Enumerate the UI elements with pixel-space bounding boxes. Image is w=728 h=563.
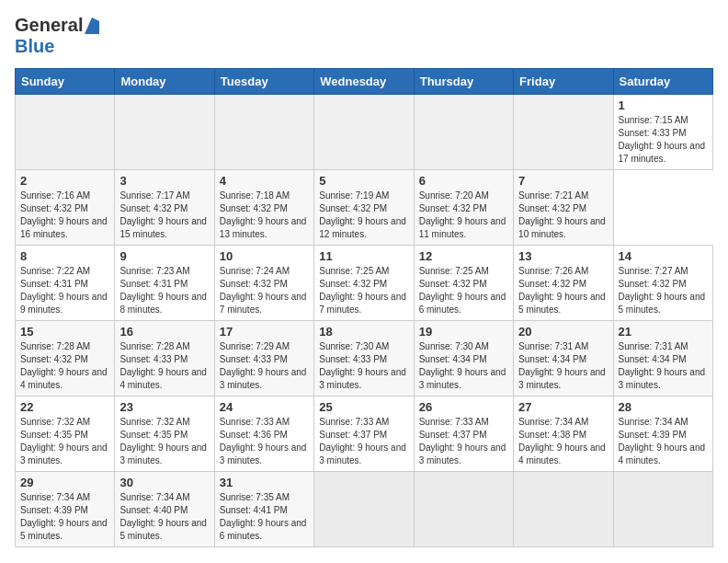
day-info: Sunrise: 7:23 AMSunset: 4:31 PMDaylight:… — [119, 265, 209, 316]
calendar-week-2: 2Sunrise: 7:16 AMSunset: 4:32 PMDaylight… — [16, 170, 713, 246]
day-info: Sunrise: 7:32 AMSunset: 4:35 PMDaylight:… — [20, 416, 109, 467]
calendar-day-10: 10Sunrise: 7:24 AMSunset: 4:32 PMDayligh… — [214, 246, 313, 321]
day-number: 31 — [220, 476, 309, 489]
day-number: 26 — [419, 400, 508, 414]
calendar-day-6: 6Sunrise: 7:20 AMSunset: 4:32 PMDaylight… — [414, 170, 513, 246]
day-number: 2 — [20, 174, 109, 188]
day-number: 22 — [20, 400, 109, 414]
calendar-week-4: 15Sunrise: 7:28 AMSunset: 4:32 PMDayligh… — [16, 321, 713, 396]
calendar-day-9: 9Sunrise: 7:23 AMSunset: 4:31 PMDaylight… — [115, 246, 214, 321]
day-number: 3 — [119, 174, 209, 188]
day-info: Sunrise: 7:20 AMSunset: 4:32 PMDaylight:… — [419, 190, 508, 241]
calendar-dow-thursday: Thursday — [414, 69, 513, 95]
day-info: Sunrise: 7:31 AMSunset: 4:34 PMDaylight:… — [518, 340, 608, 392]
day-info: Sunrise: 7:33 AMSunset: 4:37 PMDaylight:… — [319, 416, 408, 467]
day-number: 5 — [319, 174, 408, 188]
day-number: 1 — [619, 98, 708, 112]
day-info: Sunrise: 7:25 AMSunset: 4:32 PMDaylight:… — [319, 265, 408, 316]
day-info: Sunrise: 7:31 AMSunset: 4:34 PMDaylight:… — [619, 340, 708, 392]
calendar-day-26: 26Sunrise: 7:33 AMSunset: 4:37 PMDayligh… — [414, 396, 513, 472]
day-info: Sunrise: 7:17 AMSunset: 4:32 PMDaylight:… — [119, 190, 209, 241]
day-info: Sunrise: 7:22 AMSunset: 4:31 PMDaylight:… — [20, 265, 109, 316]
calendar-empty — [414, 95, 513, 170]
calendar-week-5: 22Sunrise: 7:32 AMSunset: 4:35 PMDayligh… — [16, 396, 713, 472]
day-number: 15 — [20, 325, 109, 339]
calendar-day-23: 23Sunrise: 7:32 AMSunset: 4:35 PMDayligh… — [115, 396, 214, 472]
calendar-day-27: 27Sunrise: 7:34 AMSunset: 4:38 PMDayligh… — [514, 396, 613, 472]
calendar-day-7: 7Sunrise: 7:21 AMSunset: 4:32 PMDaylight… — [514, 170, 613, 246]
day-number: 6 — [419, 174, 508, 188]
calendar-day-30: 30Sunrise: 7:34 AMSunset: 4:40 PMDayligh… — [115, 472, 214, 547]
day-number: 30 — [119, 476, 209, 489]
day-info: Sunrise: 7:28 AMSunset: 4:33 PMDaylight:… — [119, 340, 209, 392]
calendar-empty — [314, 95, 414, 170]
day-info: Sunrise: 7:33 AMSunset: 4:37 PMDaylight:… — [419, 416, 508, 467]
day-number: 13 — [518, 249, 608, 263]
day-info: Sunrise: 7:33 AMSunset: 4:36 PMDaylight:… — [220, 416, 309, 467]
calendar-dow-friday: Friday — [514, 69, 613, 95]
day-info: Sunrise: 7:24 AMSunset: 4:32 PMDaylight:… — [220, 265, 309, 316]
calendar-day-15: 15Sunrise: 7:28 AMSunset: 4:32 PMDayligh… — [16, 321, 115, 396]
day-info: Sunrise: 7:18 AMSunset: 4:32 PMDaylight:… — [220, 190, 309, 241]
day-info: Sunrise: 7:21 AMSunset: 4:32 PMDaylight:… — [518, 190, 608, 241]
day-info: Sunrise: 7:26 AMSunset: 4:32 PMDaylight:… — [518, 265, 608, 316]
day-info: Sunrise: 7:34 AMSunset: 4:40 PMDaylight:… — [119, 491, 209, 543]
calendar-empty — [314, 472, 414, 547]
calendar-week-1: 1Sunrise: 7:15 AMSunset: 4:33 PMDaylight… — [16, 95, 713, 170]
day-number: 14 — [619, 249, 708, 263]
calendar-table: SundayMondayTuesdayWednesdayThursdayFrid… — [15, 68, 713, 547]
calendar-day-25: 25Sunrise: 7:33 AMSunset: 4:37 PMDayligh… — [314, 396, 414, 472]
calendar-day-22: 22Sunrise: 7:32 AMSunset: 4:35 PMDayligh… — [16, 396, 115, 472]
calendar-dow-monday: Monday — [115, 69, 214, 95]
day-number: 18 — [319, 325, 408, 339]
day-info: Sunrise: 7:34 AMSunset: 4:39 PMDaylight:… — [20, 491, 109, 543]
calendar-day-1: 1Sunrise: 7:15 AMSunset: 4:33 PMDaylight… — [613, 95, 712, 170]
calendar-dow-wednesday: Wednesday — [314, 69, 414, 95]
calendar-day-8: 8Sunrise: 7:22 AMSunset: 4:31 PMDaylight… — [16, 246, 115, 321]
calendar-day-16: 16Sunrise: 7:28 AMSunset: 4:33 PMDayligh… — [115, 321, 214, 396]
day-number: 24 — [220, 400, 309, 414]
calendar-dow-saturday: Saturday — [613, 69, 712, 95]
day-number: 29 — [20, 476, 109, 489]
day-number: 16 — [119, 325, 209, 339]
calendar-day-29: 29Sunrise: 7:34 AMSunset: 4:39 PMDayligh… — [16, 472, 115, 547]
day-number: 12 — [419, 249, 508, 263]
day-info: Sunrise: 7:15 AMSunset: 4:33 PMDaylight:… — [619, 114, 708, 166]
header: General Blue — [15, 15, 713, 57]
day-number: 8 — [20, 249, 109, 263]
day-info: Sunrise: 7:32 AMSunset: 4:35 PMDaylight:… — [119, 416, 209, 467]
logo-blue: Blue — [15, 36, 54, 56]
logo: General Blue — [15, 15, 99, 57]
day-number: 7 — [518, 174, 608, 188]
calendar-empty — [514, 472, 613, 547]
day-number: 9 — [119, 249, 209, 263]
calendar-day-11: 11Sunrise: 7:25 AMSunset: 4:32 PMDayligh… — [314, 246, 414, 321]
calendar-day-12: 12Sunrise: 7:25 AMSunset: 4:32 PMDayligh… — [414, 246, 513, 321]
calendar-empty — [16, 95, 115, 170]
calendar-day-31: 31Sunrise: 7:35 AMSunset: 4:41 PMDayligh… — [214, 472, 313, 547]
day-number: 27 — [518, 400, 608, 414]
day-number: 25 — [319, 400, 408, 414]
calendar-empty — [514, 95, 613, 170]
calendar-day-5: 5Sunrise: 7:19 AMSunset: 4:32 PMDaylight… — [314, 170, 414, 246]
day-number: 21 — [619, 325, 708, 339]
calendar-day-18: 18Sunrise: 7:30 AMSunset: 4:33 PMDayligh… — [314, 321, 414, 396]
calendar-empty — [414, 472, 513, 547]
day-info: Sunrise: 7:34 AMSunset: 4:39 PMDaylight:… — [619, 416, 708, 467]
calendar-dow-tuesday: Tuesday — [214, 69, 313, 95]
logo-icon — [85, 17, 99, 34]
calendar-day-13: 13Sunrise: 7:26 AMSunset: 4:32 PMDayligh… — [514, 246, 613, 321]
day-info: Sunrise: 7:29 AMSunset: 4:33 PMDaylight:… — [220, 340, 309, 392]
day-number: 17 — [220, 325, 309, 339]
day-number: 20 — [518, 325, 608, 339]
calendar-day-14: 14Sunrise: 7:27 AMSunset: 4:32 PMDayligh… — [613, 246, 712, 321]
calendar-week-3: 8Sunrise: 7:22 AMSunset: 4:31 PMDaylight… — [16, 246, 713, 321]
day-number: 23 — [119, 400, 209, 414]
day-info: Sunrise: 7:16 AMSunset: 4:32 PMDaylight:… — [20, 190, 109, 241]
day-info: Sunrise: 7:27 AMSunset: 4:32 PMDaylight:… — [619, 265, 708, 316]
calendar-day-24: 24Sunrise: 7:33 AMSunset: 4:36 PMDayligh… — [214, 396, 313, 472]
day-info: Sunrise: 7:19 AMSunset: 4:32 PMDaylight:… — [319, 190, 408, 241]
calendar-empty — [115, 95, 214, 170]
calendar-header-row: SundayMondayTuesdayWednesdayThursdayFrid… — [16, 69, 713, 95]
day-number: 4 — [220, 174, 309, 188]
